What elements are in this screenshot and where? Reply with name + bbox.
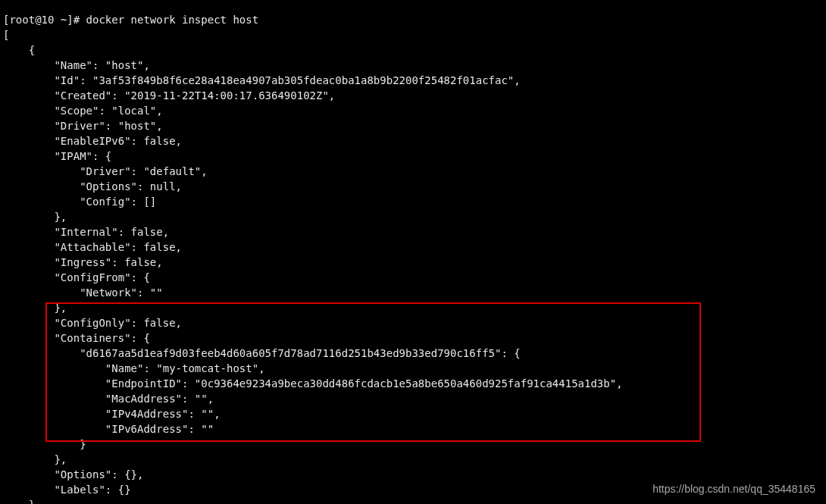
output-line: { [3,44,35,56]
output-line: "ConfigFrom": { [3,271,150,283]
output-line: "Options": null, [3,180,182,193]
output-line: "Created": "2019-11-22T14:00:17.63649010… [3,89,335,102]
output-line: "ConfigOnly": false, [3,317,182,329]
output-line: } [3,438,86,450]
output-line: "IPAM": { [3,150,111,162]
output-line: "Name": "my-tomcat-host", [3,362,265,374]
output-line: "Ingress": false, [3,256,163,268]
output-line: "Options": {}, [3,468,143,481]
terminal-output[interactable]: [root@10 ~]# docker network inspect host… [0,11,826,504]
output-line: "MacAddress": "", [3,393,214,405]
output-line: "Id": "3af53f849b8f6ce28a418ea4907ab305f… [3,74,521,86]
output-line: "Containers": { [3,332,150,344]
output-line: "Name": "host", [3,59,150,71]
output-line: }, [3,453,67,465]
output-line: }, [3,302,67,314]
command-text: docker network inspect host [86,14,259,26]
output-line: "IPv4Address": "", [3,408,221,420]
output-line: "EnableIPv6": false, [3,135,182,147]
output-line: "d6167aa5d1eaf9d03feeb4d60a605f7d78ad711… [3,347,521,359]
output-line: "Labels": {} [3,484,131,496]
output-line: "Driver": "host", [3,120,163,132]
output-line: "EndpointID": "0c9364e9234a9beca30dd486f… [3,377,623,390]
output-line: "Config": [] [3,196,156,208]
output-line: }, [3,211,67,223]
output-line: "Network": "" [3,286,163,299]
output-line: "Scope": "local", [3,105,163,117]
output-line: "IPv6Address": "" [3,423,214,435]
output-line: [ [3,29,9,41]
output-line: "Attachable": false, [3,241,182,253]
shell-prompt: [root@10 ~]# [3,14,86,26]
output-line: } [3,499,35,504]
output-line: "Driver": "default", [3,165,208,177]
output-line: "Internal": false, [3,226,169,238]
